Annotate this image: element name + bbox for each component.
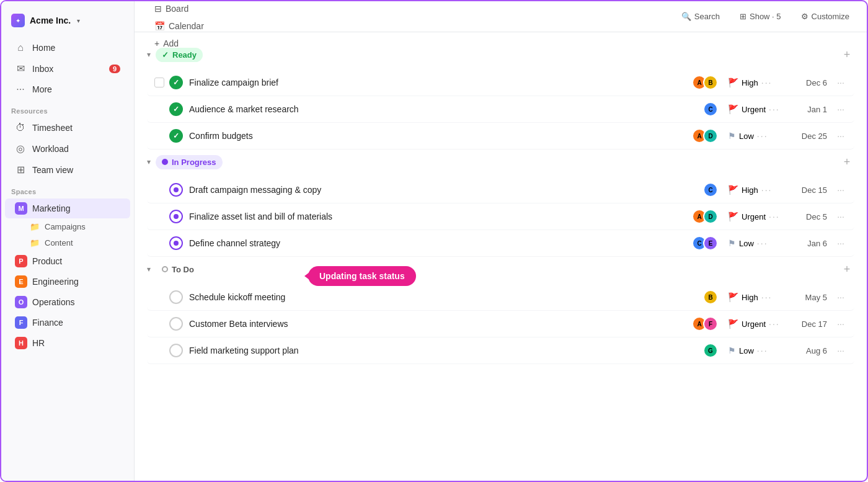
sidebar-item-timesheet[interactable]: ⏱ Timesheet	[5, 118, 130, 138]
priority-dots-t7[interactable]: ···	[761, 292, 773, 302]
sidebar-item-more[interactable]: ··· More	[5, 79, 130, 99]
priority-dots-t4[interactable]: ···	[761, 185, 773, 195]
tab-label-board: Board	[166, 4, 188, 14]
show-button[interactable]: ⊞ Show · 5	[735, 9, 786, 24]
search-label: Search	[694, 12, 720, 21]
priority-label-t2: Urgent	[742, 105, 766, 114]
timesheet-icon: ⏱	[15, 122, 26, 133]
app-logo[interactable]: Acme Inc. ▾	[1, 9, 134, 37]
sidebar-label-inbox: Inbox	[32, 64, 53, 74]
task-priority-t8: 🚩 Urgent ···	[728, 319, 784, 329]
board-tab-icon: ⊟	[154, 4, 162, 14]
collapse-icon-todo[interactable]: ▾	[147, 265, 151, 274]
group-add-button-in-progress[interactable]: +	[839, 154, 854, 169]
task-more-t2[interactable]: ···	[832, 104, 849, 114]
sidebar-item-workload[interactable]: ◎ Workload	[5, 138, 130, 159]
group-add-button-ready[interactable]: +	[839, 47, 854, 62]
group-badge-in-progress[interactable]: In Progress	[156, 155, 223, 169]
folder-icon: 📁	[30, 238, 40, 248]
priority-dots-t2[interactable]: ···	[769, 104, 780, 114]
avatar-av-7: G	[703, 343, 718, 358]
sidebar-item-hr[interactable]: H HR	[5, 333, 130, 353]
task-priority-t9: ⚑ Low ···	[728, 346, 784, 355]
task-checkbox-t1[interactable]	[152, 75, 167, 90]
sidebar-item-marketing[interactable]: M Marketing	[5, 199, 130, 218]
task-status-todo-t8[interactable]	[169, 317, 183, 331]
calendar-tab-icon: 📅	[154, 21, 165, 31]
task-status-todo-t7[interactable]	[169, 290, 183, 304]
collapse-icon-in-progress[interactable]: ▾	[147, 158, 151, 166]
task-more-t7[interactable]: ···	[832, 292, 849, 302]
avatar-av-4: D	[703, 128, 718, 143]
sidebar-item-engineering[interactable]: E Engineering	[5, 272, 130, 292]
task-avatars: CE	[692, 236, 718, 251]
more-icon: ···	[15, 84, 26, 95]
sidebar-item-home[interactable]: ⌂ Home	[5, 38, 130, 58]
inbox-icon: ✉	[15, 63, 26, 74]
task-date-t1: Dec 6	[784, 78, 827, 87]
collapse-icon-ready[interactable]: ▾	[147, 50, 151, 59]
task-checkbox-t4	[152, 182, 167, 197]
hr-badge: H	[15, 337, 27, 349]
sidebar-label-teamview: Team view	[32, 165, 73, 175]
task-list-content: ▾ ✓ Ready + Finalize campaign brief AB 🚩…	[135, 32, 867, 481]
priority-label-t5: Urgent	[742, 212, 766, 221]
customize-button[interactable]: ⚙ Customize	[796, 9, 854, 24]
sidebar-item-inbox[interactable]: ✉ Inbox 9	[5, 58, 130, 79]
tab-board[interactable]: ⊟ Board	[147, 1, 211, 17]
task-date-t6: Jan 6	[784, 239, 827, 248]
task-more-t6[interactable]: ···	[832, 238, 849, 248]
task-status-done-t1[interactable]	[169, 76, 183, 89]
task-name-t3: Confirm budgets	[189, 131, 689, 141]
task-more-t4[interactable]: ···	[832, 185, 849, 195]
task-status-done-t3[interactable]	[169, 129, 183, 143]
group-add-button-todo[interactable]: +	[839, 262, 854, 277]
priority-label-t1: High	[742, 78, 758, 87]
task-priority-t6: ⚑ Low ···	[728, 238, 784, 248]
task-more-t8[interactable]: ···	[832, 319, 849, 329]
task-status-inprog-t4[interactable]	[169, 183, 183, 197]
group-todo: ▾ To Do + Schedule kickoff meeting B 🚩 H…	[147, 257, 854, 364]
priority-dots-t8[interactable]: ···	[769, 319, 780, 329]
task-avatars: B	[703, 290, 718, 305]
priority-dots-t9[interactable]: ···	[757, 346, 768, 355]
task-avatars: C	[703, 182, 718, 197]
task-row-t3: Confirm budgets AD ⚑ Low ··· Dec 25 ···	[147, 123, 854, 150]
task-more-t5[interactable]: ···	[832, 212, 849, 221]
task-checkbox-t3	[152, 128, 167, 143]
group-badge-ready[interactable]: ✓ Ready	[156, 48, 203, 62]
sidebar-item-content[interactable]: 📁 Content	[5, 235, 130, 251]
priority-dots-t3[interactable]: ···	[757, 131, 768, 141]
sidebar-item-product[interactable]: P Product	[5, 251, 130, 271]
task-status-inprog-t6[interactable]	[169, 236, 183, 250]
priority-dots-t6[interactable]: ···	[757, 238, 768, 248]
task-priority-t7: 🚩 High ···	[728, 292, 784, 302]
operations-badge: O	[15, 296, 27, 308]
sidebar-item-campaigns[interactable]: 📁 Campaigns	[5, 219, 130, 234]
group-badge-todo[interactable]: To Do	[156, 262, 200, 277]
priority-dots-t5[interactable]: ···	[769, 212, 780, 221]
search-button[interactable]: 🔍 Search	[676, 9, 725, 24]
checkbox-t1[interactable]	[154, 78, 164, 87]
task-row-t8: Customer Beta interviews AF 🚩 Urgent ···…	[147, 311, 854, 337]
sidebar-item-teamview[interactable]: ⊞ Team view	[5, 159, 130, 180]
avatar-av-2: B	[703, 75, 718, 90]
customize-label: Customize	[812, 12, 849, 21]
engineering-badge: E	[15, 275, 27, 288]
sidebar-label-campaigns: Campaigns	[45, 222, 86, 231]
task-status-done-t2[interactable]	[169, 102, 183, 116]
task-more-t3[interactable]: ···	[832, 131, 849, 141]
gear-icon: ⚙	[801, 12, 808, 21]
sidebar-item-operations[interactable]: O Operations	[5, 292, 130, 312]
task-checkbox-t5	[152, 209, 167, 224]
priority-dots-t1[interactable]: ···	[761, 78, 773, 87]
sidebar-label-timesheet: Timesheet	[32, 123, 73, 133]
task-status-todo-t9[interactable]	[169, 344, 183, 357]
task-date-t4: Dec 15	[784, 185, 827, 195]
task-more-t9[interactable]: ···	[832, 346, 849, 355]
sidebar-item-finance[interactable]: F Finance	[5, 313, 130, 332]
task-more-t1[interactable]: ···	[832, 78, 849, 87]
task-checkbox-t7	[152, 290, 167, 305]
marketing-badge: M	[15, 202, 27, 215]
task-status-inprog-t5[interactable]	[169, 210, 183, 223]
